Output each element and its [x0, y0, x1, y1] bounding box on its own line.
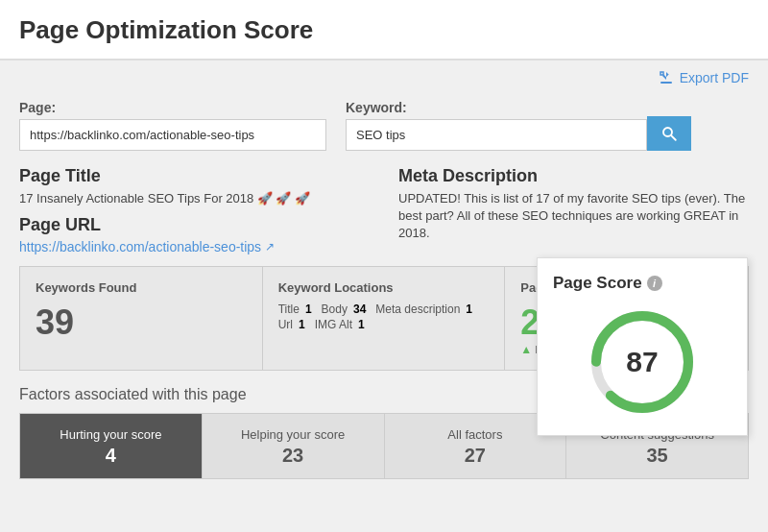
keywords-found-cell: Keywords Found 39	[20, 267, 263, 370]
kl-imgalt-num: 1	[358, 318, 365, 331]
info-icon: i	[647, 276, 662, 291]
kl-meta-num: 1	[466, 302, 472, 316]
keyword-inner: Keyword:	[346, 100, 647, 151]
arrow-up-icon: ▲	[520, 343, 532, 356]
page-title-value: 17 Insanely Actionable SEO Tips For 2018…	[19, 190, 370, 207]
tab-hurting[interactable]: Hurting your score 4	[19, 413, 202, 479]
tab-hurting-label: Hurting your score	[60, 427, 161, 442]
meta-description-value: UPDATED! This is list of 17 of my favori…	[398, 190, 749, 243]
svg-line-4	[671, 135, 676, 140]
export-pdf-label: Export PDF	[680, 70, 749, 85]
page-score-overlay: Page Score i 87	[537, 257, 748, 436]
donut-chart: 87	[585, 304, 700, 420]
page-url-text: https://backlinko.com/actionable-seo-tip…	[19, 239, 261, 254]
kl-meta-label: Meta description	[375, 302, 460, 316]
page-url-link[interactable]: https://backlinko.com/actionable-seo-tip…	[19, 239, 370, 254]
kl-url-label: Url	[278, 318, 293, 331]
kl-body-num: 34	[353, 302, 366, 316]
metrics-row: Keywords Found 39 Keyword Locations Titl…	[19, 266, 749, 371]
tab-all-label: All factors	[447, 427, 502, 442]
kl-row-1: Title 1 Body 34 Meta description 1	[278, 302, 490, 316]
keywords-found-value: 39	[36, 302, 247, 343]
tab-all-count: 27	[395, 445, 557, 467]
keyword-locations-cell: Keyword Locations Title 1 Body 34 Meta d…	[263, 267, 506, 370]
page-input[interactable]	[19, 119, 326, 151]
tab-content-count: 35	[576, 445, 738, 467]
page-title-heading: Page Title	[19, 166, 370, 186]
page-title-col: Page Title 17 Insanely Actionable SEO Ti…	[19, 166, 370, 254]
search-row: Page: Keyword:	[0, 95, 768, 160]
page-wrapper: Page Optimization Score Export PDF Page:…	[0, 0, 768, 479]
external-link-icon: ↗	[265, 240, 275, 254]
page-score-title: Page Score i	[553, 274, 662, 293]
keyword-input[interactable]	[346, 119, 647, 151]
svg-rect-2	[660, 72, 663, 75]
keyword-search-group: Keyword:	[346, 95, 691, 151]
keyword-label: Keyword:	[346, 100, 647, 115]
search-button[interactable]	[647, 116, 691, 151]
tab-hurting-count: 4	[30, 445, 192, 467]
tab-helping-count: 23	[212, 445, 374, 467]
tab-helping-label: Helping your score	[241, 427, 345, 442]
meta-description-heading: Meta Description	[398, 166, 749, 186]
toolbar: Export PDF	[0, 60, 768, 95]
tab-helping[interactable]: Helping your score 23	[202, 413, 384, 479]
kl-imgalt-label: IMG Alt	[315, 318, 352, 331]
search-icon	[660, 125, 678, 142]
page-url-heading: Page URL	[19, 215, 370, 235]
keyword-locations-grid: Title 1 Body 34 Meta description 1 Url 1…	[278, 302, 490, 331]
keywords-found-title: Keywords Found	[36, 280, 247, 295]
kl-title-label: Title	[278, 302, 300, 316]
export-pdf-button[interactable]: Export PDF	[659, 70, 749, 85]
kl-body-label: Body	[322, 302, 348, 316]
page-title-main: Page Optimization Score	[19, 15, 749, 45]
page-label: Page:	[19, 100, 326, 115]
kl-row-2: Url 1 IMG Alt 1	[278, 318, 490, 331]
kl-url-num: 1	[299, 318, 305, 331]
page-search-group: Page:	[19, 100, 326, 151]
donut-score-text: 87	[626, 346, 658, 378]
header: Page Optimization Score	[0, 0, 768, 60]
keyword-locations-title: Keyword Locations	[278, 280, 490, 295]
download-icon	[659, 70, 674, 85]
meta-description-col: Meta Description UPDATED! This is list o…	[398, 166, 749, 254]
page-info: Page Title 17 Insanely Actionable SEO Ti…	[0, 160, 768, 266]
kl-title-num: 1	[305, 302, 312, 316]
svg-rect-0	[660, 82, 672, 84]
